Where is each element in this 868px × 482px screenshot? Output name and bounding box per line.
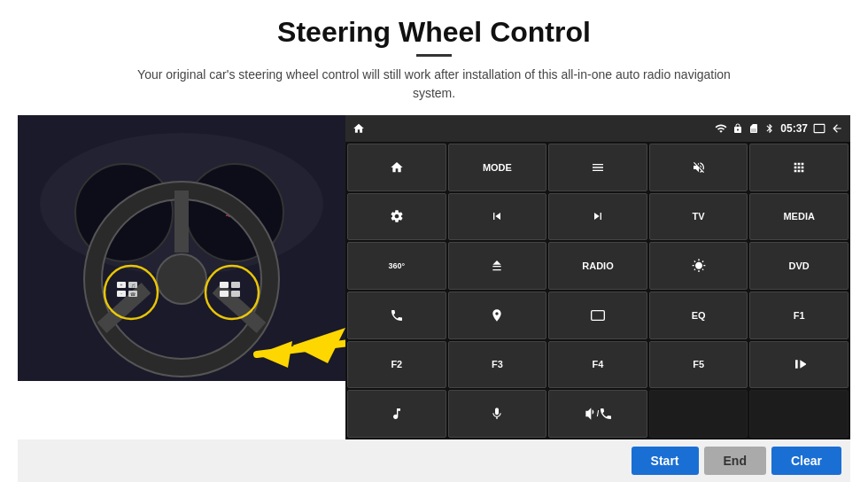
end-button[interactable]: End bbox=[704, 447, 766, 475]
svg-text:+: + bbox=[120, 282, 123, 287]
btn-f1[interactable]: F1 bbox=[749, 292, 849, 339]
btn-eq[interactable]: EQ bbox=[649, 292, 748, 339]
svg-point-11 bbox=[157, 254, 206, 304]
btn-eject[interactable] bbox=[448, 242, 547, 290]
btn-empty-2 bbox=[749, 390, 849, 438]
btn-brightness[interactable] bbox=[649, 242, 748, 290]
btn-phone[interactable] bbox=[347, 292, 446, 339]
page-subtitle: Your original car's steering wheel contr… bbox=[124, 66, 744, 103]
bottom-bar: Start End Clear bbox=[18, 439, 850, 482]
btn-nav[interactable] bbox=[448, 292, 547, 339]
btn-mode[interactable]: MODE bbox=[448, 144, 547, 191]
content-area: 100 4000 + - 🎵 bbox=[18, 115, 850, 439]
status-right: 05:37 bbox=[715, 122, 843, 135]
btn-tv[interactable]: TV bbox=[649, 193, 748, 241]
btn-empty-1 bbox=[649, 390, 748, 438]
btn-360[interactable]: 360° bbox=[347, 242, 446, 290]
steering-wheel-image: 100 4000 + - 🎵 bbox=[18, 115, 345, 381]
btn-f4[interactable]: F4 bbox=[548, 341, 647, 389]
btn-apps[interactable] bbox=[749, 144, 849, 191]
btn-screen[interactable] bbox=[548, 292, 647, 339]
svg-rect-22 bbox=[220, 282, 229, 288]
btn-f2[interactable]: F2 bbox=[347, 341, 446, 389]
svg-rect-23 bbox=[220, 291, 229, 297]
status-left bbox=[353, 122, 365, 135]
svg-text:🎵: 🎵 bbox=[131, 284, 136, 288]
svg-rect-29 bbox=[592, 310, 605, 320]
btn-music[interactable] bbox=[347, 390, 446, 438]
button-grid: MODE TV bbox=[345, 142, 850, 439]
status-time: 05:37 bbox=[780, 122, 808, 135]
btn-settings[interactable] bbox=[347, 193, 446, 241]
clear-button[interactable]: Clear bbox=[771, 447, 841, 475]
btn-prev[interactable] bbox=[448, 193, 547, 241]
svg-rect-24 bbox=[231, 282, 240, 288]
status-bar: 05:37 bbox=[345, 115, 850, 142]
android-panel: 05:37 MODE bbox=[345, 115, 850, 439]
btn-radio[interactable]: RADIO bbox=[548, 242, 647, 290]
btn-dvd[interactable]: DVD bbox=[749, 242, 849, 290]
svg-rect-25 bbox=[231, 291, 240, 297]
btn-mic[interactable] bbox=[448, 390, 547, 438]
svg-text:☎: ☎ bbox=[130, 292, 136, 297]
btn-vol-phone[interactable]: / bbox=[548, 390, 647, 438]
page-title: Steering Wheel Control bbox=[277, 16, 591, 49]
start-button[interactable]: Start bbox=[632, 447, 699, 475]
btn-f5[interactable]: F5 bbox=[649, 341, 748, 389]
btn-menu[interactable] bbox=[548, 144, 647, 191]
title-divider bbox=[416, 54, 452, 57]
btn-f3[interactable]: F3 bbox=[448, 341, 547, 389]
btn-next[interactable] bbox=[548, 193, 647, 241]
btn-media[interactable]: MEDIA bbox=[749, 193, 849, 241]
btn-play-pause[interactable] bbox=[749, 341, 849, 389]
btn-mute[interactable] bbox=[649, 144, 748, 191]
btn-home[interactable] bbox=[347, 144, 446, 191]
